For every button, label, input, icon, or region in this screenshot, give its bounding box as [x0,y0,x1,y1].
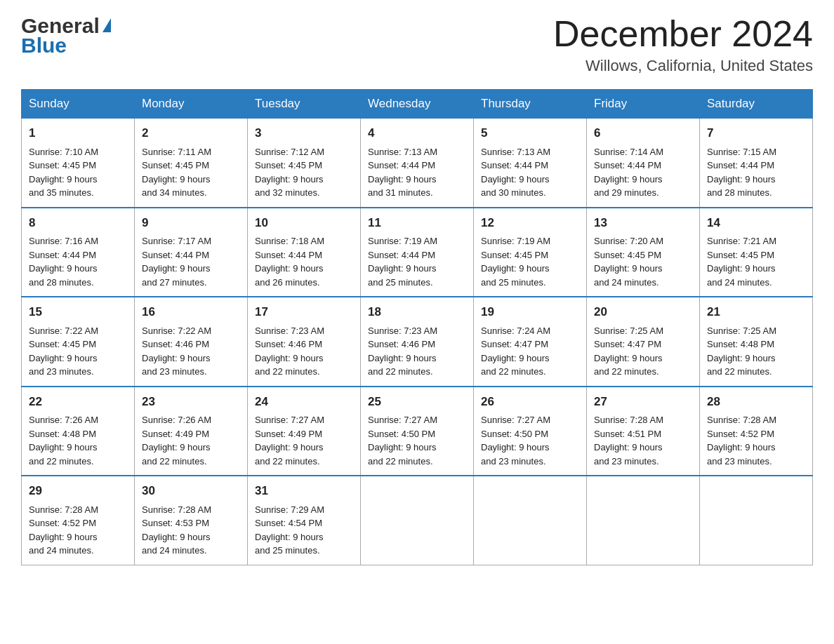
day-number: 18 [368,303,466,321]
logo: General Blue [21,14,111,58]
day-number: 3 [255,124,353,142]
calendar-cell: 13Sunrise: 7:20 AMSunset: 4:45 PMDayligh… [587,208,700,297]
day-number: 11 [368,214,466,232]
day-number: 25 [368,393,466,411]
logo-blue-text: Blue [21,34,67,58]
logo-triangle-icon [102,18,111,32]
calendar-table: SundayMondayTuesdayWednesdayThursdayFrid… [21,89,813,565]
day-number: 7 [707,124,805,142]
day-number: 8 [29,214,127,232]
calendar-cell: 22Sunrise: 7:26 AMSunset: 4:48 PMDayligh… [22,387,135,476]
day-header-tuesday: Tuesday [248,90,361,119]
calendar-cell: 28Sunrise: 7:28 AMSunset: 4:52 PMDayligh… [700,387,813,476]
day-number: 22 [29,393,127,411]
day-number: 12 [481,214,579,232]
calendar-cell: 5Sunrise: 7:13 AMSunset: 4:44 PMDaylight… [474,119,587,208]
location: Willows, California, United States [553,57,813,75]
calendar-cell: 3Sunrise: 7:12 AMSunset: 4:45 PMDaylight… [248,119,361,208]
day-number: 31 [255,482,353,500]
day-number: 30 [142,482,240,500]
calendar-cell: 23Sunrise: 7:26 AMSunset: 4:49 PMDayligh… [135,387,248,476]
calendar-cell: 27Sunrise: 7:28 AMSunset: 4:51 PMDayligh… [587,387,700,476]
day-number: 24 [255,393,353,411]
calendar-cell: 29Sunrise: 7:28 AMSunset: 4:52 PMDayligh… [22,476,135,565]
page-header: General Blue December 2024 Willows, Cali… [21,14,813,75]
calendar-cell [700,476,813,565]
calendar-cell: 12Sunrise: 7:19 AMSunset: 4:45 PMDayligh… [474,208,587,297]
day-number: 13 [594,214,692,232]
day-header-wednesday: Wednesday [361,90,474,119]
day-header-thursday: Thursday [474,90,587,119]
day-number: 14 [707,214,805,232]
day-header-sunday: Sunday [22,90,135,119]
calendar-cell: 2Sunrise: 7:11 AMSunset: 4:45 PMDaylight… [135,119,248,208]
week-row-4: 22Sunrise: 7:26 AMSunset: 4:48 PMDayligh… [22,387,813,476]
month-title: December 2024 [553,14,813,54]
calendar-cell: 25Sunrise: 7:27 AMSunset: 4:50 PMDayligh… [361,387,474,476]
calendar-cell [361,476,474,565]
day-header-friday: Friday [587,90,700,119]
week-row-3: 15Sunrise: 7:22 AMSunset: 4:45 PMDayligh… [22,297,813,387]
calendar-cell: 10Sunrise: 7:18 AMSunset: 4:44 PMDayligh… [248,208,361,297]
calendar-cell [587,476,700,565]
title-area: December 2024 Willows, California, Unite… [553,14,813,75]
days-header-row: SundayMondayTuesdayWednesdayThursdayFrid… [22,90,813,119]
day-number: 10 [255,214,353,232]
week-row-2: 8Sunrise: 7:16 AMSunset: 4:44 PMDaylight… [22,208,813,297]
day-number: 17 [255,303,353,321]
calendar-cell: 4Sunrise: 7:13 AMSunset: 4:44 PMDaylight… [361,119,474,208]
day-number: 16 [142,303,240,321]
day-header-saturday: Saturday [700,90,813,119]
day-number: 27 [594,393,692,411]
day-number: 4 [368,124,466,142]
day-number: 6 [594,124,692,142]
calendar-cell: 19Sunrise: 7:24 AMSunset: 4:47 PMDayligh… [474,297,587,387]
week-row-5: 29Sunrise: 7:28 AMSunset: 4:52 PMDayligh… [22,476,813,565]
calendar-cell: 6Sunrise: 7:14 AMSunset: 4:44 PMDaylight… [587,119,700,208]
calendar-cell: 17Sunrise: 7:23 AMSunset: 4:46 PMDayligh… [248,297,361,387]
calendar-cell: 14Sunrise: 7:21 AMSunset: 4:45 PMDayligh… [700,208,813,297]
calendar-cell: 11Sunrise: 7:19 AMSunset: 4:44 PMDayligh… [361,208,474,297]
calendar-cell: 9Sunrise: 7:17 AMSunset: 4:44 PMDaylight… [135,208,248,297]
calendar-cell [474,476,587,565]
day-number: 5 [481,124,579,142]
day-header-monday: Monday [135,90,248,119]
day-number: 1 [29,124,127,142]
day-number: 19 [481,303,579,321]
day-number: 9 [142,214,240,232]
calendar-cell: 24Sunrise: 7:27 AMSunset: 4:49 PMDayligh… [248,387,361,476]
calendar-cell: 1Sunrise: 7:10 AMSunset: 4:45 PMDaylight… [22,119,135,208]
day-number: 28 [707,393,805,411]
calendar-cell: 31Sunrise: 7:29 AMSunset: 4:54 PMDayligh… [248,476,361,565]
calendar-cell: 8Sunrise: 7:16 AMSunset: 4:44 PMDaylight… [22,208,135,297]
calendar-cell: 15Sunrise: 7:22 AMSunset: 4:45 PMDayligh… [22,297,135,387]
calendar-cell: 30Sunrise: 7:28 AMSunset: 4:53 PMDayligh… [135,476,248,565]
week-row-1: 1Sunrise: 7:10 AMSunset: 4:45 PMDaylight… [22,119,813,208]
day-number: 21 [707,303,805,321]
day-number: 26 [481,393,579,411]
day-number: 15 [29,303,127,321]
calendar-cell: 7Sunrise: 7:15 AMSunset: 4:44 PMDaylight… [700,119,813,208]
day-number: 2 [142,124,240,142]
calendar-cell: 26Sunrise: 7:27 AMSunset: 4:50 PMDayligh… [474,387,587,476]
calendar-cell: 20Sunrise: 7:25 AMSunset: 4:47 PMDayligh… [587,297,700,387]
calendar-cell: 21Sunrise: 7:25 AMSunset: 4:48 PMDayligh… [700,297,813,387]
day-number: 29 [29,482,127,500]
calendar-cell: 18Sunrise: 7:23 AMSunset: 4:46 PMDayligh… [361,297,474,387]
calendar-cell: 16Sunrise: 7:22 AMSunset: 4:46 PMDayligh… [135,297,248,387]
day-number: 23 [142,393,240,411]
day-number: 20 [594,303,692,321]
